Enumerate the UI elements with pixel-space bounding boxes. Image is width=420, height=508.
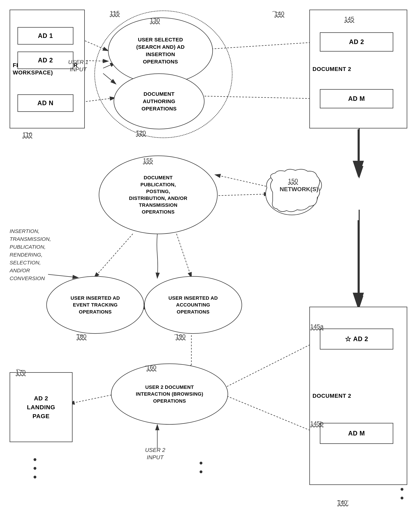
svg-line-12: [48, 274, 78, 277]
ref-170: 170: [16, 369, 26, 375]
document-authoring-label: DOCUMENTAUTHORINGOPERATIONS: [141, 90, 177, 112]
svg-line-20: [94, 234, 133, 277]
svg-point-34: [200, 462, 202, 464]
ad2-doc2top-box: AD 2: [320, 32, 393, 52]
svg-line-17: [224, 340, 320, 388]
svg-line-18: [224, 395, 320, 434]
insertion-label: INSERTION,TRANSMISSION,PUBLICATION,RENDE…: [10, 227, 51, 282]
svg-line-16: [69, 395, 112, 404]
svg-line-10: [215, 194, 269, 196]
document2-top-label: DOCUMENT 2: [313, 66, 351, 72]
svg-point-32: [34, 467, 36, 470]
ref-190: 190: [176, 333, 186, 340]
svg-line-21: [177, 234, 191, 277]
ref-115: 115: [110, 10, 120, 16]
document2-bottom-label: DOCUMENT 2: [313, 393, 351, 399]
svg-line-11: [215, 175, 269, 187]
adM-doc2top-box: AD M: [320, 89, 393, 108]
ref-160: 160: [146, 364, 157, 371]
adM-doc2bot-box: AD M: [320, 423, 393, 444]
diagram: FIRST DOCUMENT (OR WORKSPACE) AD 1 AD 2 …: [0, 0, 420, 508]
doc-publication-ellipse: DOCUMENTPUBLICATION,POSTING,DISTRIBUTION…: [99, 156, 218, 234]
ref-145a: 145a: [310, 323, 323, 330]
user1-input-label: USER 1INPUT: [68, 59, 89, 73]
ref-130: 130: [150, 17, 160, 24]
ref-145b: 145b: [310, 420, 323, 427]
ref-140prime: 140': [337, 499, 348, 506]
ad1-box: AD 1: [17, 27, 73, 45]
svg-point-31: [34, 458, 36, 461]
ref-120: 120: [136, 129, 146, 136]
ref-180: 180: [76, 333, 87, 340]
svg-point-33: [34, 476, 36, 478]
user-selected-label: USER SELECTED(SEARCH AND) ADINSERTIONOPE…: [136, 36, 185, 65]
document-authoring-ellipse: DOCUMENTAUTHORINGOPERATIONS: [114, 73, 204, 129]
user2-document-label: USER 2 DOCUMENTINTERACTION (BROWSING)OPE…: [136, 384, 203, 404]
ref-155: 155: [143, 157, 153, 164]
ad2-doc1-box: AD 2: [17, 52, 73, 69]
user2-document-ellipse: USER 2 DOCUMENTINTERACTION (BROWSING)OPE…: [111, 364, 228, 425]
document2-top-box: DOCUMENT 2: [309, 10, 407, 128]
user2-input-label: USER 2INPUT: [145, 447, 165, 461]
ref-140: 140: [274, 10, 284, 17]
ref-150: 150: [288, 177, 298, 184]
adN-box: AD N: [17, 94, 73, 112]
ref-145: 145: [344, 15, 354, 22]
svg-point-37: [401, 497, 403, 500]
ad2-landing-box: AD 2LANDINGPAGE: [10, 372, 73, 442]
svg-point-35: [200, 471, 202, 473]
svg-point-36: [401, 488, 403, 491]
user-inserted-accounting-label: USER INSERTED ADACCOUNTINGOPERATIONS: [168, 295, 218, 315]
doc-publication-label: DOCUMENTPUBLICATION,POSTING,DISTRIBUTION…: [129, 174, 187, 215]
ref-110: 110: [22, 131, 32, 138]
svg-line-5: [211, 42, 320, 49]
network-label: NETWORK(S): [280, 185, 318, 193]
user-inserted-accounting-ellipse: USER INSERTED ADACCOUNTINGOPERATIONS: [144, 276, 242, 334]
ad2-landing-label: AD 2LANDINGPAGE: [27, 394, 55, 421]
user-inserted-tracking-ellipse: USER INSERTED ADEVENT TRACKINGOPERATIONS: [46, 276, 144, 334]
user-inserted-tracking-label: USER INSERTED ADEVENT TRACKINGOPERATIONS: [71, 295, 120, 315]
ad2-doc2bot-box: ☆ AD 2: [320, 329, 393, 350]
